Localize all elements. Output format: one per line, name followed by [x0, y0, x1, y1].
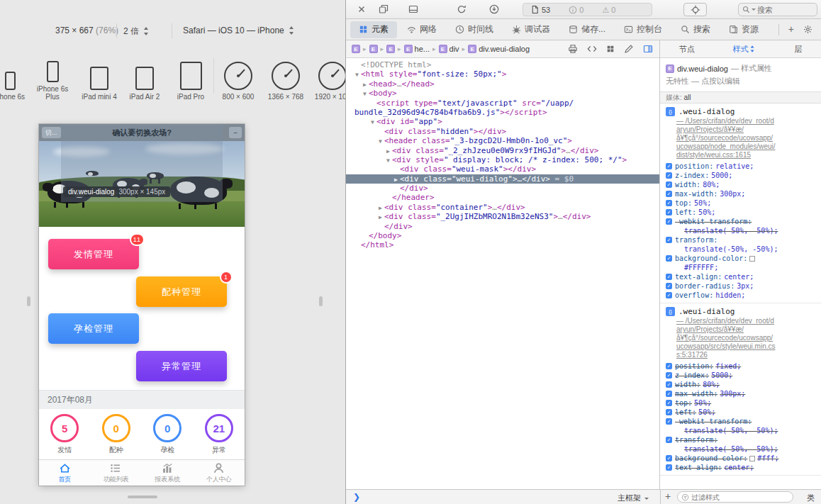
stylesheet-source-link[interactable]: å¥¶çå°/sourcecode/ucowsapp/ [676, 134, 817, 142]
sidebar-tab[interactable]: 样式 [732, 44, 756, 55]
breadcrumb-item[interactable]: Ehe... [404, 45, 430, 53]
property-checkbox[interactable]: ✓ [666, 237, 672, 243]
device-preset[interactable]: iPad Pro [169, 54, 213, 101]
scale-select[interactable]: 2 倍 [123, 26, 150, 38]
app-tab[interactable]: 功能列表 [91, 460, 143, 486]
property-checkbox[interactable]: ✓ [666, 274, 672, 280]
disclosure-closed-icon[interactable]: ▶ [376, 203, 384, 213]
download-icon[interactable] [489, 4, 499, 14]
stylesheet-source-link[interactable]: — /Users/crifan/dev/dev_root/d [676, 117, 817, 125]
dock-window-icon[interactable] [379, 4, 389, 14]
property-checkbox[interactable]: ✓ [666, 292, 672, 298]
disclosure-open-icon[interactable]: ▼ [384, 156, 392, 165]
gear-icon[interactable] [803, 25, 812, 34]
css-property[interactable]: ✓position:fixed; [666, 362, 817, 371]
classes-toggle-button[interactable]: 类 [807, 493, 815, 503]
dom-node-line[interactable]: <!DOCTYPE html> [346, 60, 660, 69]
dom-node-line[interactable]: ▶<div class="container">…</div> [346, 203, 660, 212]
device-preset[interactable]: Phone 6s [0, 54, 30, 101]
css-selector[interactable]: .weui-dialog [678, 107, 735, 116]
property-checkbox[interactable]: ✓ [666, 218, 672, 225]
css-property[interactable]: ✓-webkit-transform: [666, 217, 817, 226]
css-property[interactable]: ✓left:50%; [666, 208, 817, 217]
frame-select[interactable]: 主框架 [618, 493, 649, 503]
menu-button[interactable]: 孕检管理 [48, 313, 139, 344]
css-property[interactable]: ✓background-color:#fff; [666, 454, 817, 463]
disclosure-open-icon[interactable]: ▼ [353, 70, 361, 79]
css-property[interactable]: ✓left:50%; [666, 408, 817, 417]
app-tab[interactable]: 首页 [39, 460, 91, 486]
inspector-tab[interactable]: 网络 [398, 21, 445, 38]
breadcrumb-item[interactable]: Ediv [439, 45, 459, 53]
disclosure-open-icon[interactable]: ▼ [361, 89, 369, 99]
css-property[interactable]: ✓top:50%; [666, 398, 817, 408]
dom-node-line[interactable]: bundle_32d96d94c784b4fba6b9.js"></script… [346, 108, 660, 117]
inspector-tab[interactable]: 调试器 [503, 21, 559, 38]
property-checkbox[interactable]: ✓ [666, 409, 672, 415]
css-property[interactable]: ✓text-align:center; [666, 463, 817, 472]
minimize-icon[interactable]: – [229, 127, 242, 138]
dom-node-line[interactable]: ▶<div class="_2UgjIHZbMRO2N1Bm32eNS3">…<… [346, 212, 660, 221]
activity-summary[interactable]: 53 0 ⚠0 [523, 3, 652, 16]
inspector-tab[interactable]: 资源 [720, 21, 767, 38]
disclosure-open-icon[interactable]: ▼ [376, 137, 384, 146]
property-checkbox[interactable]: ✓ [666, 172, 672, 179]
dom-node-line-selected[interactable]: ▶<div class="weui-dialog">…</div> = $0 [346, 174, 660, 184]
app-tab[interactable]: 报表系统 [142, 460, 194, 486]
stylesheet-source-link[interactable]: — /Users/crifan/dev/dev_root/d [676, 317, 817, 325]
property-checkbox[interactable]: ✓ [666, 363, 672, 369]
css-property[interactable]: ✓top:50%; [666, 198, 817, 208]
menu-button[interactable]: 异常管理 [136, 351, 227, 381]
stylesheet-source-link[interactable]: å¥¶çå°/sourcecode/ucowsapp/ [676, 334, 817, 342]
stylesheet-source-link[interactable]: aryun/Projects/å¥¥æ/ [676, 325, 817, 334]
plus-icon[interactable]: + [788, 24, 794, 35]
dom-node-line[interactable]: ▼<div id="app"> [346, 117, 660, 126]
dom-node-line[interactable]: ▶<div class="_2_zhJzeu0e0W9rx9fIHGJd">…<… [346, 146, 660, 155]
search-input[interactable] [757, 6, 804, 14]
property-checkbox[interactable]: ✓ [666, 391, 672, 397]
user-agent-select[interactable]: Safari — iOS 10 — iPhone [183, 26, 295, 35]
css-property[interactable]: ✓max-width:300px; [666, 189, 817, 198]
property-checkbox[interactable]: ✓ [666, 200, 672, 206]
property-checkbox[interactable]: ✓ [666, 372, 672, 379]
print-icon[interactable] [568, 44, 578, 54]
element-picker-button[interactable] [683, 3, 707, 16]
menu-button[interactable]: 配种管理1 [136, 276, 227, 307]
reload-icon[interactable] [457, 4, 467, 14]
dom-node-line[interactable]: ▼<div style=" display: block; /* z-index… [346, 155, 660, 164]
style-filter-input[interactable] [691, 493, 775, 501]
grid-icon[interactable] [606, 45, 615, 53]
css-property[interactable]: ✓position:relative; [666, 162, 817, 171]
css-property[interactable]: ✓background-color: [666, 254, 817, 263]
property-checkbox[interactable]: ✓ [666, 381, 672, 388]
dom-node-line[interactable]: </html> [346, 240, 660, 250]
css-property[interactable]: ✓-webkit-transform: [666, 417, 817, 426]
dom-node-line[interactable]: ▼<body> [346, 89, 660, 98]
dom-node-line[interactable]: </div> [346, 222, 660, 231]
css-property[interactable]: ✓border-radius:3px; [666, 281, 817, 291]
property-checkbox[interactable]: ✓ [666, 191, 672, 197]
property-checkbox[interactable]: ✓ [666, 163, 672, 169]
inspector-tab[interactable]: 时间线 [447, 21, 502, 38]
color-swatch[interactable] [749, 256, 755, 262]
breadcrumb-item[interactable]: E [369, 45, 378, 53]
property-checkbox[interactable]: ✓ [666, 181, 672, 188]
property-checkbox[interactable]: ✓ [666, 283, 672, 289]
sidebar-tab[interactable]: 节点 [679, 44, 695, 55]
device-preset[interactable]: 800 × 600 [216, 54, 261, 101]
device-preset[interactable]: 1366 × 768 [262, 54, 309, 101]
dom-node-line[interactable]: </div> [346, 184, 660, 193]
pencil-icon[interactable] [624, 44, 634, 54]
css-selector[interactable]: .weui-dialog [678, 307, 735, 316]
toolbar-search-field[interactable] [738, 3, 817, 16]
attributes-hint[interactable]: 无特性 — 点按以编辑 [660, 74, 821, 91]
property-checkbox[interactable]: ✓ [666, 209, 672, 215]
dom-node-line[interactable]: <script type="text/javascript" src="/uap… [346, 99, 660, 108]
color-swatch[interactable] [749, 456, 755, 461]
css-property[interactable]: ✓text-align:center; [666, 272, 817, 281]
property-checkbox[interactable]: ✓ [666, 464, 672, 471]
device-preset[interactable]: iPad Air 2 [125, 54, 164, 101]
disclosure-closed-icon[interactable]: ▶ [392, 175, 400, 184]
menu-button[interactable]: 发情管理11 [48, 239, 139, 269]
device-preset[interactable]: iPhone 6s Plus [33, 54, 72, 101]
